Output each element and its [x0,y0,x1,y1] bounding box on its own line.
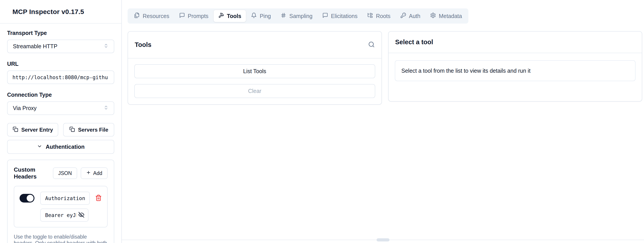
transport-type-select[interactable]: Streamable HTTP [7,40,114,53]
tab-metadata[interactable]: Metadata [426,10,466,22]
clear-tools-button[interactable]: Clear [134,84,375,98]
tab-label: Tools [227,13,242,19]
tab-label: Ping [260,13,271,19]
tab-label: Resources [143,13,170,19]
header-enabled-toggle[interactable] [20,194,34,202]
tab-prompts[interactable]: Prompts [174,10,213,22]
json-button-label: JSON [58,170,72,176]
tab-auth[interactable]: Auth [396,10,425,22]
folder-tree-icon [367,12,373,20]
custom-headers-title: Custom Headers [14,166,53,180]
panel-resize-handle[interactable] [376,238,390,242]
delete-header-button[interactable] [95,194,102,202]
search-icon [368,41,375,48]
connection-type-value: Via Proxy [13,105,37,112]
header-name-input[interactable] [45,196,85,201]
plus-icon [86,170,91,176]
header-row [14,186,108,228]
servers-file-button[interactable]: Servers File [63,123,114,136]
transport-type-value: Streamable HTTP [13,43,57,50]
tab-label: Sampling [289,13,312,19]
copy-icon [69,126,75,134]
header-value-field [40,208,88,222]
key-icon [400,12,406,20]
tab-label: Auth [409,13,420,19]
bell-icon [251,12,257,20]
tab-bar: Resources Prompts Tools Ping [128,8,468,24]
tab-label: Prompts [188,13,208,19]
tab-roots[interactable]: Roots [362,10,395,22]
tab-resources[interactable]: Resources [130,10,174,22]
header-value-input[interactable] [45,212,76,218]
tab-ping[interactable]: Ping [246,10,276,22]
custom-headers-help-text: Use the toggle to enable/disable headers… [14,234,108,243]
trash-icon [95,194,102,202]
connection-type-label: Connection Type [7,92,114,98]
files-icon [134,12,140,20]
sidebar-body: Transport Type Streamable HTTP URL Conne… [0,24,122,243]
custom-headers-card: Custom Headers JSON Add [7,160,114,243]
app-title: MCP Inspector v0.17.5 [12,8,115,16]
tool-detail-panel: Select a tool Select a tool from the lis… [388,31,642,102]
tool-placeholder-box: Select a tool from the list to view its … [395,60,636,81]
add-header-button[interactable]: Add [81,168,108,179]
chevron-down-icon [37,144,42,150]
chevrons-up-down-icon [104,105,108,112]
server-entry-label: Server Entry [21,127,53,133]
gear-icon [430,12,436,20]
servers-file-label: Servers File [78,127,108,133]
tab-sampling[interactable]: Sampling [276,10,317,22]
search-button[interactable] [368,41,375,48]
tab-tools[interactable]: Tools [214,10,246,22]
authentication-label: Authentication [46,144,85,150]
sidebar: MCP Inspector v0.17.5 Transport Type Str… [0,0,122,243]
chevrons-up-down-icon [104,43,108,50]
tab-label: Roots [376,13,390,19]
json-view-button[interactable]: JSON [53,168,77,179]
server-entry-button[interactable]: Server Entry [7,123,58,136]
hash-icon [280,12,286,20]
tools-panel: Tools List Tools Clear [128,31,382,105]
eye-off-icon [78,212,84,218]
transport-type-label: Transport Type [7,30,114,36]
url-label: URL [7,61,114,67]
header-name-field [40,192,90,205]
tools-panel-title: Tools [135,41,152,48]
authentication-toggle-button[interactable]: Authentication [7,140,114,154]
connection-type-select[interactable]: Via Proxy [7,102,114,115]
toggle-value-visibility-button[interactable] [78,212,84,218]
sidebar-header: MCP Inspector v0.17.5 [0,0,122,24]
tab-label: Elicitations [331,13,358,19]
toggle-knob [27,195,34,202]
copy-icon [12,126,18,134]
hammer-icon [218,12,224,20]
app-root: MCP Inspector v0.17.5 Transport Type Str… [0,0,644,243]
tab-label: Metadata [439,13,462,19]
main-area: Resources Prompts Tools Ping [122,0,644,243]
tool-placeholder-text: Select a tool from the list to view its … [402,68,531,74]
list-tools-button[interactable]: List Tools [134,64,375,78]
message-square-icon [179,12,185,20]
tab-elicitations[interactable]: Elicitations [318,10,362,22]
url-input[interactable] [7,70,114,84]
add-button-label: Add [93,170,102,176]
detail-panel-title: Select a tool [395,38,433,46]
message-square-icon [322,12,328,20]
